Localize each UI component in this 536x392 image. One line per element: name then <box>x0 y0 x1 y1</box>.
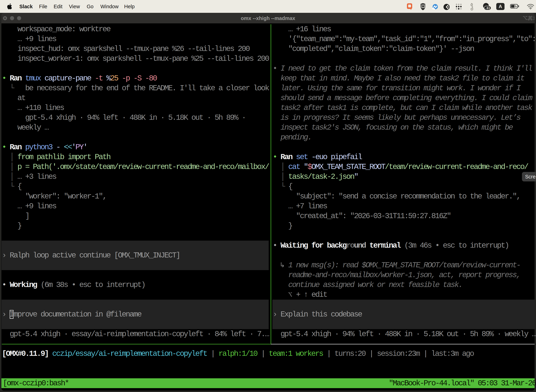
svg-text:1: 1 <box>533 16 535 20</box>
